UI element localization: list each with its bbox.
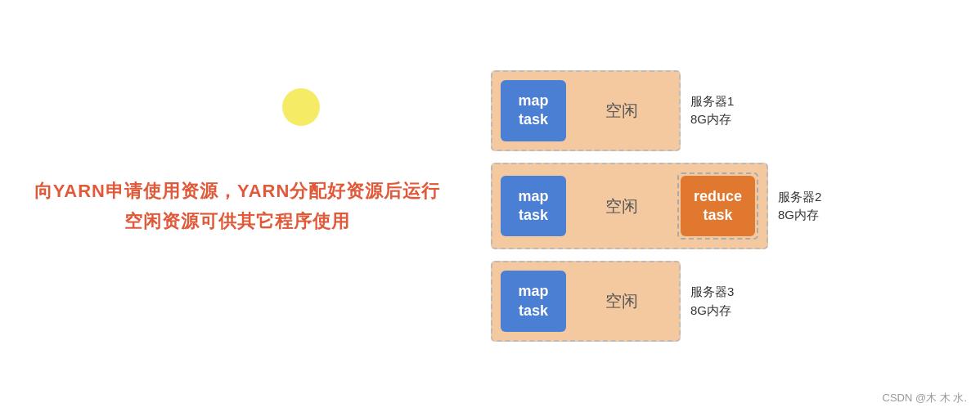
left-description: 向YARN申请使用资源，YARN分配好资源后运行 空闲资源可供其它程序使用 bbox=[0, 159, 474, 253]
main-container: 向YARN申请使用资源，YARN分配好资源后运行 空闲资源可供其它程序使用 ma… bbox=[0, 0, 980, 412]
desc-line2: 空闲资源可供其它程序使用 bbox=[124, 211, 350, 231]
server-row-3: maptask 空闲 服务器38G内存 bbox=[491, 261, 980, 342]
server2-idle: 空闲 bbox=[573, 184, 671, 229]
server2-map-task: maptask bbox=[501, 176, 566, 237]
server2-reduce-task: reducetask bbox=[681, 176, 755, 237]
server3-idle: 空闲 bbox=[573, 279, 671, 324]
server-row-2: maptask 空闲 reducetask 服务器28G内存 bbox=[491, 163, 980, 250]
server1-label: 服务器18G内存 bbox=[690, 92, 734, 129]
server3-map-task: maptask bbox=[501, 271, 566, 332]
server2-reduce-wrapper: reducetask bbox=[677, 172, 758, 240]
yellow-circle-decoration bbox=[282, 88, 320, 126]
server2-cells: maptask 空闲 reducetask bbox=[491, 163, 768, 250]
server1-idle: 空闲 bbox=[573, 88, 671, 133]
watermark: CSDN @木 木 水. bbox=[883, 391, 967, 405]
server3-label: 服务器38G内存 bbox=[690, 283, 734, 320]
server2-label: 服务器28G内存 bbox=[778, 188, 821, 225]
server1-cells: maptask 空闲 bbox=[491, 70, 681, 151]
desc-line1: 向YARN申请使用资源，YARN分配好资源后运行 bbox=[34, 181, 441, 201]
server3-cells: maptask 空闲 bbox=[491, 261, 681, 342]
description-text: 向YARN申请使用资源，YARN分配好资源后运行 空闲资源可供其它程序使用 bbox=[34, 176, 441, 237]
server1-map-task: maptask bbox=[501, 80, 566, 141]
servers-area: maptask 空闲 服务器18G内存 maptask 空闲 reducetas… bbox=[474, 0, 980, 412]
server-row-1: maptask 空闲 服务器18G内存 bbox=[491, 70, 980, 151]
